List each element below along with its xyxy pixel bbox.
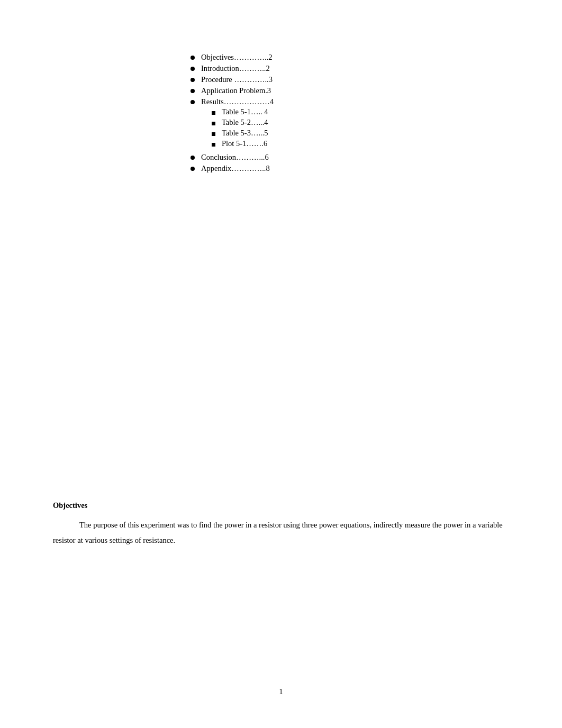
toc-label-conclusion: Conclusion………...6: [201, 153, 269, 162]
toc-item-procedure: Procedure …………..3: [191, 75, 509, 84]
toc-label-appendix: Appendix…………..8: [201, 164, 270, 173]
toc-label-results: Results………………4: [201, 97, 274, 106]
bullet-circle-icon: [191, 89, 195, 93]
toc-subitem-table53: Table 5-3…...5: [212, 129, 268, 138]
toc-section: Objectives…………..2 Introduction………..2 Pro…: [191, 53, 509, 173]
toc-subitem-plot51: Plot 5-1…….6: [212, 139, 268, 148]
toc-subitem-table51: Table 5-1….. 4: [212, 107, 268, 116]
objectives-title: Objectives: [53, 501, 509, 510]
toc-label-introduction: Introduction………..2: [201, 64, 270, 73]
toc-item-introduction: Introduction………..2: [191, 64, 509, 73]
toc-label-application: Application Problem.3: [201, 86, 271, 95]
toc-sublist-results: Table 5-1….. 4 Table 5-2…...4 Table 5-3……: [212, 107, 268, 150]
toc-label-objectives: Objectives…………..2: [201, 53, 273, 62]
page: Objectives…………..2 Introduction………..2 Pro…: [0, 0, 562, 728]
toc-item-objectives: Objectives…………..2: [191, 53, 509, 62]
toc-label-plot51: Plot 5-1…….6: [222, 139, 267, 148]
objectives-section: Objectives The purpose of this experimen…: [53, 501, 509, 548]
bullet-square-icon: [212, 132, 215, 136]
bullet-circle-icon: [191, 78, 195, 82]
toc-item-appendix: Appendix…………..8: [191, 164, 509, 173]
toc-label-table52: Table 5-2…...4: [222, 118, 268, 127]
toc-item-application: Application Problem.3: [191, 86, 509, 95]
toc-list: Objectives…………..2 Introduction………..2 Pro…: [191, 53, 509, 173]
toc-label-procedure: Procedure …………..3: [201, 75, 273, 84]
toc-label-table51: Table 5-1….. 4: [222, 107, 268, 116]
bullet-circle-icon: [191, 167, 195, 171]
page-number: 1: [279, 688, 283, 696]
toc-item-results: Results………………4 Table 5-1….. 4 Table 5-2……: [191, 97, 509, 151]
bullet-circle-icon: [191, 56, 195, 60]
bullet-square-icon: [212, 111, 215, 115]
toc-item-conclusion: Conclusion………...6: [191, 153, 509, 162]
bullet-circle-icon: [191, 100, 195, 104]
bullet-circle-icon: [191, 156, 195, 160]
objectives-body: The purpose of this experiment was to fi…: [53, 517, 509, 548]
toc-label-table53: Table 5-3…...5: [222, 129, 268, 138]
bullet-circle-icon: [191, 67, 195, 71]
bullet-square-icon: [212, 122, 215, 125]
bullet-square-icon: [212, 143, 215, 147]
toc-subitem-table52: Table 5-2…...4: [212, 118, 268, 127]
